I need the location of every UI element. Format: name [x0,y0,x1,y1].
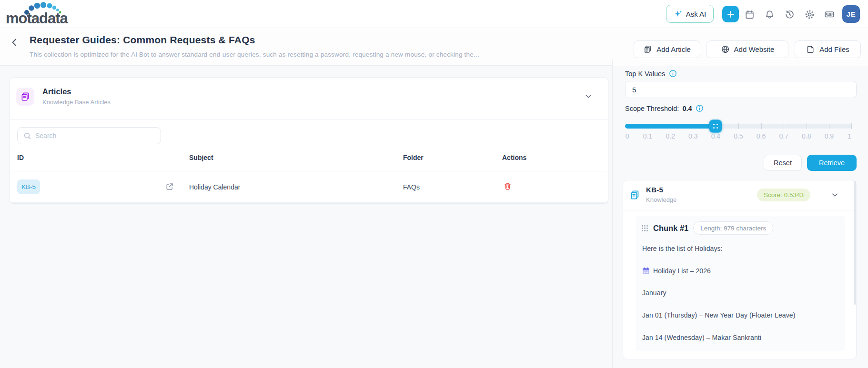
tick-label: 1 [848,132,851,140]
slider-tick-mark [738,123,739,129]
article-folder: FAQs [403,183,420,191]
add-article-label: Add Article [656,45,691,53]
delete-article-button[interactable] [503,181,512,190]
page-title: Requester Guides: Common Requests & FAQs [30,34,255,46]
slider-tick-mark [761,123,762,129]
ask-ai-label: Ask AI [686,10,707,18]
tick-label: 0.6 [757,132,766,140]
tick-label: 0.1 [643,132,652,140]
slider-tick-mark [807,123,807,129]
chunk-length-badge: Length: 979 characters [693,221,773,235]
article-subject: Holiday Calendar [189,183,240,191]
articles-subtitle: Knowledge Base Articles [42,99,111,106]
article-icon [20,91,30,102]
topbar: motadata Ask AI [0,0,868,28]
score-badge: Score: 0.5343 [757,189,810,201]
motadata-logo: motadata [5,2,81,27]
tick-label: 0.3 [688,132,697,140]
article-id-badge: KB-5 [17,179,40,194]
slider-tick-mark [851,123,852,129]
table-header: ID Subject Folder Actions [10,146,608,171]
scope-threshold-label: Scope Threshold: [625,105,679,112]
panel-divider [612,60,613,368]
col-header-folder: Folder [403,154,424,161]
top-k-input[interactable] [625,81,857,98]
ask-ai-button[interactable]: Ask AI [666,5,714,23]
chunk-header: Chunk #1 Length: 979 characters [641,221,773,235]
keyboard-icon [824,9,835,20]
calendar-button[interactable] [744,9,755,20]
add-files-label: Add Files [819,45,849,53]
tick-label: 0.9 [825,132,834,140]
trash-icon [503,181,512,190]
settings-button[interactable] [804,9,815,20]
tick-label: 0.8 [802,132,811,140]
notifications-button[interactable] [764,9,775,20]
history-button[interactable] [784,9,795,20]
articles-panel: Articles Knowledge Base Articles ID Subj… [9,77,608,204]
sparkle-icon [674,10,683,19]
tick-label: 0.5 [734,132,743,140]
globe-icon [721,45,730,54]
search-icon [23,132,31,140]
open-external-icon [165,182,174,191]
collapse-articles-button[interactable] [584,92,593,100]
keyboard-button[interactable] [824,9,835,20]
top-k-label-row: Top K Values [625,70,677,78]
col-header-id: ID [17,154,24,161]
tick-label: 0.7 [779,132,788,140]
scrollbar[interactable] [854,181,856,305]
avatar-initials: JE [847,10,856,18]
slider-tick-mark [829,123,829,129]
scope-threshold-slider[interactable] [625,124,852,129]
result-id: KB-5 [646,186,663,194]
add-website-label: Add Website [734,45,775,53]
article-icon [629,189,640,202]
page-subtitle: This collection is optimized for the AI … [30,51,479,58]
chevron-down-icon [584,92,593,100]
col-header-actions: Actions [502,154,526,161]
collapse-result-button[interactable] [831,191,839,199]
slider-fill [625,124,716,129]
table-row[interactable]: KB-5 Holiday Calendar FAQs [10,171,608,203]
search-input[interactable] [35,132,155,139]
add-article-button[interactable]: Add Article [634,40,700,58]
plus-icon [727,10,735,19]
back-button[interactable] [10,37,20,48]
retrieve-button[interactable]: Retrieve [807,155,857,171]
avatar[interactable]: JE [842,5,860,23]
add-files-button[interactable]: Add Files [795,40,861,58]
drag-handle-icon[interactable] [641,225,648,232]
open-article-button[interactable] [165,182,174,191]
bell-icon [765,10,775,20]
slider-tick-labels: 0 0.1 0.2 0.3 0.4 0.5 0.6 0.7 0.8 0.9 1 [625,132,852,142]
chunk-text-line: Jan 01 (Thursday) – New Year Day (Floate… [642,311,796,319]
search-box [17,127,161,144]
header-divider [0,65,612,66]
chevron-down-icon [831,191,839,199]
chunk-text-line: Holiday List – 2026 [642,267,711,275]
chunk-text-line: January [642,289,666,297]
chunk-text-line: Here is the list of Holidays: [642,245,723,252]
add-website-button[interactable]: Add Website [707,40,788,58]
tick-label: 0.4 [711,132,720,140]
svg-text:motadata: motadata [6,10,69,27]
chunk-card: Chunk #1 Length: 979 characters Here is … [636,216,845,351]
reset-button[interactable]: Reset [764,155,802,171]
result-type: Knowledge [646,196,676,203]
articles-icon-box [16,88,34,106]
info-icon[interactable] [669,70,677,78]
articles-title: Articles [42,87,71,96]
result-card: KB-5 Knowledge Score: 0.5343 [623,180,857,359]
info-icon[interactable] [696,104,704,112]
top-k-label: Top K Values [625,70,665,78]
article-icon [643,45,652,54]
divider [10,119,608,120]
slider-handle[interactable] [709,119,722,133]
divider [623,210,856,210]
app-root: motadata Ask AI [0,0,868,368]
calendar-emoji-icon [642,267,650,275]
scope-threshold-row: Scope Threshold: 0.4 [625,104,704,112]
add-new-button[interactable] [722,6,739,22]
file-icon [806,45,815,54]
